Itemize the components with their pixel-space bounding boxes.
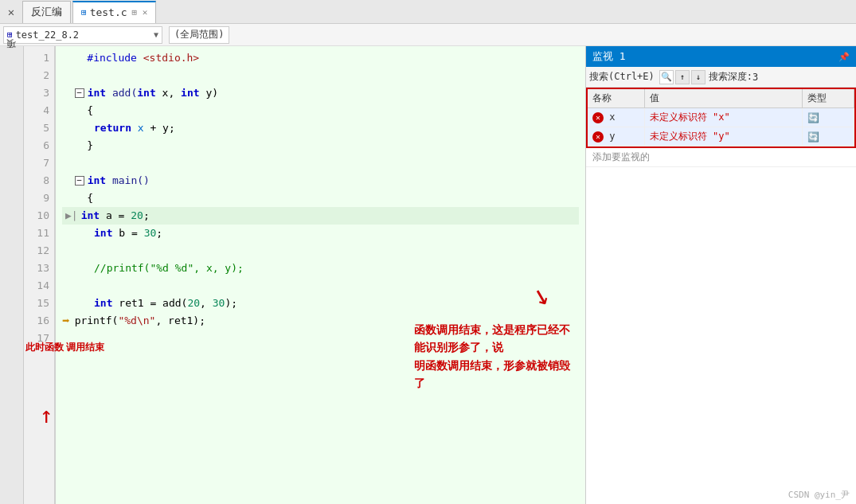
- watch-panel: 监视 1 📌 搜索(Ctrl+E) 🔍 ↑ ↓ 搜索深度: 3 各称 值 类型: [585, 46, 856, 504]
- tab-close-icon[interactable]: ⊞ ✕: [132, 7, 148, 18]
- line-num-10: 10: [24, 207, 49, 225]
- watch-table: 各称 值 类型 ✕ x 未定义标识符 "x" 🔄: [588, 89, 854, 147]
- watch-title: 监视 1: [592, 49, 838, 64]
- watch-name-y: ✕ y: [588, 127, 644, 147]
- tab-disassembly[interactable]: 反汇编: [22, 1, 71, 23]
- search-nav-down[interactable]: ↓: [691, 70, 706, 84]
- watch-type-y: 🔄: [803, 127, 854, 147]
- add-watch-row[interactable]: 添加要监视的: [586, 148, 856, 167]
- watch-type-x: 🔄: [803, 108, 854, 127]
- depth-label: 搜索深度:: [709, 70, 752, 84]
- line-num-8: 8: [24, 172, 49, 189]
- collapse-main-icon[interactable]: −: [75, 176, 84, 186]
- func-name: test_22_8.2: [16, 29, 79, 41]
- watch-pin-icon[interactable]: 📌: [838, 52, 850, 62]
- search-nav-up[interactable]: ↑: [675, 70, 690, 84]
- code-line-12: [62, 242, 579, 260]
- search-label: 搜索(Ctrl+E): [589, 70, 655, 84]
- tab-disassembly-label: 反汇编: [31, 5, 62, 19]
- watermark: CSDN @yin_尹: [788, 489, 850, 501]
- execution-arrow-icon: ➡: [62, 312, 70, 330]
- function-selector[interactable]: ⊞ test_22_8.2 ▼: [3, 26, 162, 44]
- code-line-2: [62, 67, 579, 84]
- right-annotation: 函数调用结束，这是程序已经不能识别形参了，说明函数调用结束，形参就被销毁了: [414, 321, 573, 393]
- watch-value-y: 未定义标识符 "y": [644, 127, 803, 147]
- func-icon: ⊞: [7, 29, 13, 40]
- col-name: 各称: [588, 89, 644, 108]
- scope-selector[interactable]: (全局范围): [169, 26, 229, 44]
- depth-value: 3: [752, 72, 758, 83]
- line-num-16: 16: [24, 312, 49, 330]
- line-num-5: 5: [24, 119, 49, 137]
- code-line-7: [62, 154, 579, 172]
- line-num-2: 2: [24, 67, 49, 84]
- code-line-14: [62, 277, 579, 295]
- main-layout: 项 1 2 3 4 5 6 7 8 9 10 11 12 13 14 15 16…: [0, 46, 856, 504]
- watch-row-y[interactable]: ✕ y 未定义标识符 "y" 🔄: [588, 127, 854, 147]
- line-num-14: 14: [24, 277, 49, 295]
- toolbar: ⊞ test_22_8.2 ▼ (全局范围): [0, 24, 856, 46]
- error-icon-x: ✕: [592, 112, 604, 123]
- tab-testc-label: test.c: [90, 6, 127, 18]
- code-line-13: //printf("%d %d", x, y);: [62, 260, 579, 277]
- code-line-10: ▶| int a = 20;: [62, 207, 579, 225]
- collapse-add-icon[interactable]: −: [75, 88, 84, 98]
- code-line-6: }: [62, 137, 579, 154]
- code-line-11: int b = 30;: [62, 225, 579, 242]
- line-num-7: 7: [24, 154, 49, 172]
- line-num-11: 11: [24, 225, 49, 242]
- line-num-6: 6: [24, 137, 49, 154]
- watch-search-bar: 搜索(Ctrl+E) 🔍 ↑ ↓ 搜索深度: 3: [586, 67, 856, 88]
- line-num-3: 3: [24, 84, 49, 102]
- watch-row-x[interactable]: ✕ x 未定义标识符 "x" 🔄: [588, 108, 854, 127]
- watch-title-bar: 监视 1 📌: [586, 46, 856, 67]
- line-numbers: 1 2 3 4 5 6 7 8 9 10 11 12 13 14 15 16 1…: [24, 46, 56, 504]
- left-arrow-icon: ↑: [40, 404, 53, 427]
- watch-table-wrapper: 各称 值 类型 ✕ x 未定义标识符 "x" 🔄: [586, 88, 856, 148]
- global-close-button[interactable]: ✕: [3, 4, 19, 20]
- scope-label: (全局范围): [174, 28, 224, 41]
- code-line-9: {: [62, 189, 579, 207]
- watch-value-x: 未定义标识符 "x": [644, 108, 803, 127]
- tab-pin-icon: ⊞: [81, 7, 87, 18]
- line-num-12: 12: [24, 242, 49, 260]
- code-editor[interactable]: #include <stdio.h> −int add(int x, int y…: [56, 46, 585, 504]
- search-button[interactable]: 🔍: [659, 70, 674, 84]
- code-line-15: int ret1 = add(20, 30);: [62, 295, 579, 312]
- line-num-15: 15: [24, 295, 49, 312]
- editor-container: 1 2 3 4 5 6 7 8 9 10 11 12 13 14 15 16 1…: [24, 46, 585, 504]
- line-num-1: 1: [24, 49, 49, 67]
- breakpoint-icon: ▶|: [65, 207, 78, 225]
- code-line-4: {: [62, 102, 579, 119]
- error-icon-y: ✕: [592, 131, 604, 143]
- code-line-8: −int main(): [62, 172, 579, 189]
- code-line-1: #include <stdio.h>: [62, 49, 579, 67]
- line-num-4: 4: [24, 102, 49, 119]
- code-line-5: return x + y;: [62, 119, 579, 137]
- line-num-9: 9: [24, 189, 49, 207]
- left-annotation: 此时函数 调用结束: [25, 341, 104, 354]
- col-value: 值: [644, 89, 803, 108]
- left-panel: 项: [0, 46, 24, 504]
- tab-testc[interactable]: ⊞ test.c ⊞ ✕: [72, 1, 156, 23]
- tab-bar: ✕ 反汇编 ⊞ test.c ⊞ ✕: [0, 0, 856, 24]
- line-num-13: 13: [24, 260, 49, 277]
- code-line-3: −int add(int x, int y): [62, 84, 579, 102]
- watch-name-x: ✕ x: [588, 108, 644, 127]
- dropdown-arrow-icon: ▼: [154, 30, 158, 39]
- col-type: 类型: [803, 89, 854, 108]
